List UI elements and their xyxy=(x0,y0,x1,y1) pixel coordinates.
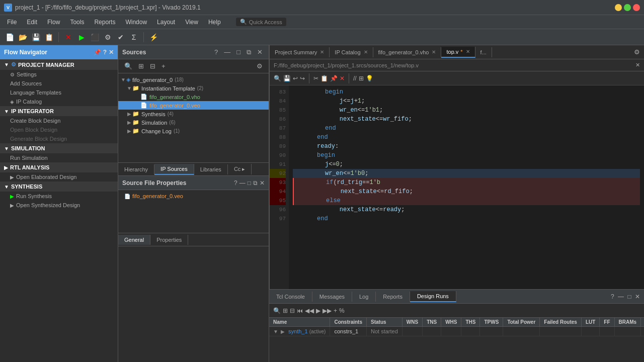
menu-flow[interactable]: Flow xyxy=(42,17,65,28)
sim-expand-icon[interactable]: ▶ xyxy=(126,120,132,126)
bottom-minimize-icon[interactable]: — xyxy=(618,293,624,300)
menu-view[interactable]: View xyxy=(180,17,203,28)
editor-grid-icon[interactable]: ⊞ xyxy=(359,75,364,82)
nav-pin-icon[interactable]: 📌 xyxy=(94,49,101,56)
tab-vho-editor[interactable]: fifo_generator_0.vho ✕ xyxy=(373,47,442,57)
editor-redo-icon[interactable]: ↪ xyxy=(300,75,305,82)
nav-item-open-synthesized-design[interactable]: ▶ Open Synthesized Design xyxy=(0,201,118,210)
sources-search-btn[interactable]: 🔍 xyxy=(122,61,134,71)
inst-expand-icon[interactable]: ▼ xyxy=(126,85,132,92)
editor-help-icon[interactable]: 💡 xyxy=(366,75,373,82)
tab-hierarchy[interactable]: Hierarchy xyxy=(118,164,154,174)
dr-collapse-all-icon[interactable]: ⊞ xyxy=(283,307,288,314)
dr-first-icon[interactable]: ⏮ xyxy=(297,307,303,314)
tree-item-simulation[interactable]: ▶ 📁 Simulation (6) xyxy=(118,118,269,127)
tab-ip-catalog-close-icon[interactable]: ✕ xyxy=(364,49,368,55)
sources-search-icon[interactable]: ? xyxy=(212,47,220,57)
report-button[interactable]: Σ xyxy=(128,32,139,43)
tab-cc[interactable]: Cc ▸ xyxy=(228,164,252,174)
run-play-icon[interactable]: ▶ xyxy=(281,329,285,334)
sources-collapse-btn[interactable]: ⊞ xyxy=(136,61,146,71)
sources-close-icon[interactable]: ✕ xyxy=(255,47,265,57)
fp-tab-general[interactable]: General xyxy=(118,235,150,245)
tree-item-vho[interactable]: ▷ 📄 fifo_generator_0.vho xyxy=(118,93,269,101)
dr-expand-all-icon[interactable]: ⊟ xyxy=(290,307,295,314)
tab-vho-close-icon[interactable]: ✕ xyxy=(432,49,436,55)
menu-tools[interactable]: Tools xyxy=(65,17,89,28)
run-expand-icon[interactable]: ▼ xyxy=(273,329,278,334)
menu-layout[interactable]: Layout xyxy=(152,17,180,28)
open-button[interactable]: 📂 xyxy=(17,32,28,43)
fifo-expand-icon[interactable]: ▼ xyxy=(120,77,126,83)
undo-button[interactable]: ✕ xyxy=(63,32,74,43)
tab-tcl-console[interactable]: Tcl Console xyxy=(269,292,312,302)
menu-help[interactable]: Help xyxy=(203,17,226,28)
nav-item-add-sources[interactable]: Add Sources xyxy=(0,79,118,88)
nav-item-open-elaborated-design[interactable]: ▶ Open Elaborated Design xyxy=(0,172,118,182)
nav-item-language-templates[interactable]: Language Templates xyxy=(0,88,118,97)
code-editor[interactable]: begin j<=j+1; wr_en<=1'b1; next_state<=w… xyxy=(289,85,644,289)
editor-comment-icon[interactable]: // xyxy=(353,75,357,82)
changelog-expand-icon[interactable]: ▶ xyxy=(126,128,132,134)
step-button[interactable]: ⬛ xyxy=(89,32,100,43)
tab-messages[interactable]: Messages xyxy=(312,292,352,302)
menu-edit[interactable]: Edit xyxy=(22,17,42,28)
dr-search-icon[interactable]: 🔍 xyxy=(273,307,281,314)
nav-item-run-simulation[interactable]: Run Simulation xyxy=(0,153,118,162)
nav-question-icon[interactable]: ? xyxy=(103,49,107,56)
dr-next-icon[interactable]: ▶ xyxy=(316,307,320,314)
nav-section-project-manager-header[interactable]: ▼ ⚙ PROJECT MANAGER xyxy=(0,59,118,70)
nav-item-ip-catalog[interactable]: ◈ IP Catalog xyxy=(0,97,118,106)
editor-cut-icon[interactable]: ✂ xyxy=(313,75,318,82)
table-row-synth-1[interactable]: ▼ ▶ synth_1 (active) constrs_1 Not start… xyxy=(269,327,644,336)
tree-item-synthesis[interactable]: ▶ 📁 Synthesis (4) xyxy=(118,110,269,118)
bottom-question-icon[interactable]: ? xyxy=(611,293,614,300)
minimize-button[interactable] xyxy=(615,4,622,11)
tab-reports[interactable]: Reports xyxy=(376,292,410,302)
editor-settings-icon[interactable]: ⚙ xyxy=(634,48,640,56)
check-button[interactable]: ✔ xyxy=(115,32,126,43)
bottom-panel-close-icon[interactable]: ? — □ ✕ xyxy=(607,291,644,302)
sources-expand-btn[interactable]: ⊟ xyxy=(148,61,157,71)
editor-save-icon[interactable]: 💾 xyxy=(283,75,291,82)
fp-question-icon[interactable]: ? xyxy=(234,179,237,187)
new-file-button[interactable]: 📄 xyxy=(4,32,15,43)
tab-libraries[interactable]: Libraries xyxy=(194,164,228,174)
dr-prev-icon[interactable]: ◀◀ xyxy=(305,307,314,314)
nav-section-ip-integrator-header[interactable]: ▼ IP INTEGRATOR xyxy=(0,106,118,116)
editor-paste-icon[interactable]: 📌 xyxy=(330,75,338,82)
menu-file[interactable]: File xyxy=(2,17,22,28)
tree-item-inst-template[interactable]: ▼ 📁 Instantiation Template (2) xyxy=(118,84,269,93)
synth-expand-icon[interactable]: ▶ xyxy=(126,111,132,117)
tab-design-runs[interactable]: Design Runs xyxy=(410,291,456,302)
fp-float-icon[interactable]: ⧉ xyxy=(253,179,258,187)
tab-top-v-close-icon[interactable]: ✕ xyxy=(466,49,470,54)
close-button[interactable] xyxy=(633,4,640,11)
editor-copy-icon[interactable]: 📋 xyxy=(320,75,328,82)
nav-section-rtl-analysis-header[interactable]: ▶ RTL ANALYSIS xyxy=(0,162,118,172)
menu-reports[interactable]: Reports xyxy=(89,17,120,28)
nav-close-icon[interactable]: ✕ xyxy=(109,49,114,56)
tree-item-change-log[interactable]: ▶ 📁 Change Log (1) xyxy=(118,127,269,135)
sources-settings-btn[interactable]: ⚙ xyxy=(255,61,265,71)
sources-float-icon[interactable]: ⧉ xyxy=(245,47,253,57)
settings-button[interactable]: ⚙ xyxy=(102,32,113,43)
bottom-maximize-icon[interactable]: □ xyxy=(627,293,631,300)
editor-path-close-icon[interactable]: ✕ xyxy=(635,62,640,68)
tab-top-v[interactable]: top.v * ✕ xyxy=(441,47,475,58)
nav-section-synthesis-header[interactable]: ▼ SYNTHESIS xyxy=(0,182,118,192)
save-all-button[interactable]: 📋 xyxy=(43,32,54,43)
editor-search-icon[interactable]: 🔍 xyxy=(274,75,281,82)
editor-delete-icon[interactable]: ✕ xyxy=(340,75,345,82)
tree-item-fifo-generator[interactable]: ▼ ◈ fifo_generator_0 (18) xyxy=(118,75,269,84)
editor-undo-icon[interactable]: ↩ xyxy=(293,75,298,82)
fp-minimize-icon[interactable]: — xyxy=(239,179,246,187)
sources-minimize-icon[interactable]: — xyxy=(222,47,232,57)
quick-access-bar[interactable]: 🔍 Quick Access xyxy=(236,18,286,26)
fp-maximize-icon[interactable]: □ xyxy=(248,179,251,187)
nav-item-run-synthesis[interactable]: ▶ Run Synthesis xyxy=(0,192,118,201)
tab-ip-sources[interactable]: IP Sources xyxy=(154,164,194,175)
nav-item-create-block-design[interactable]: Create Block Design xyxy=(0,116,118,125)
tab-ip-catalog[interactable]: IP Catalog ✕ xyxy=(330,47,373,57)
dr-next-more-icon[interactable]: ▶▶ xyxy=(323,307,332,314)
